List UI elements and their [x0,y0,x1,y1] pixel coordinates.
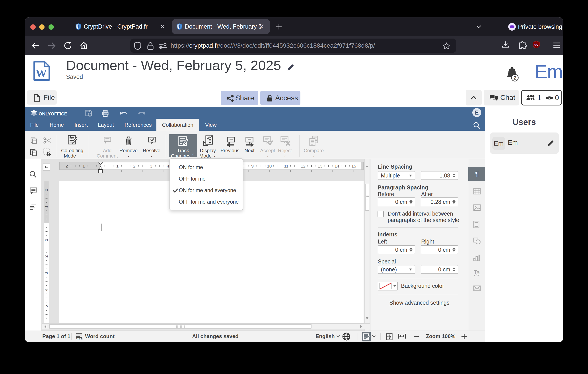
svg-text:2: 2 [44,255,49,258]
svg-text:5: 5 [44,305,49,308]
svg-text:10: 10 [267,164,272,168]
svg-text:1: 1 [44,239,49,241]
svg-text:14: 14 [335,164,339,168]
svg-text:W: W [36,67,47,80]
svg-text:13: 13 [318,164,322,168]
svg-text:2: 2 [133,164,136,168]
svg-text:4: 4 [44,289,49,291]
svg-text:1: 1 [83,164,85,168]
svg-text:9: 9 [251,164,254,168]
svg-text:2: 2 [44,189,49,191]
svg-text:1 2 3: 1 2 3 [76,337,83,340]
svg-text:2: 2 [66,164,68,168]
svg-text:2: 2 [514,75,516,81]
svg-text:4: 4 [167,164,169,168]
svg-text:1: 1 [116,164,119,168]
svg-text:3: 3 [150,164,152,168]
svg-text:15: 15 [351,164,356,168]
svg-text:3: 3 [44,272,49,274]
svg-text:uo: uo [534,42,538,46]
svg-text:1: 1 [44,205,49,208]
svg-text:11: 11 [284,164,288,168]
svg-text:12: 12 [301,164,305,168]
